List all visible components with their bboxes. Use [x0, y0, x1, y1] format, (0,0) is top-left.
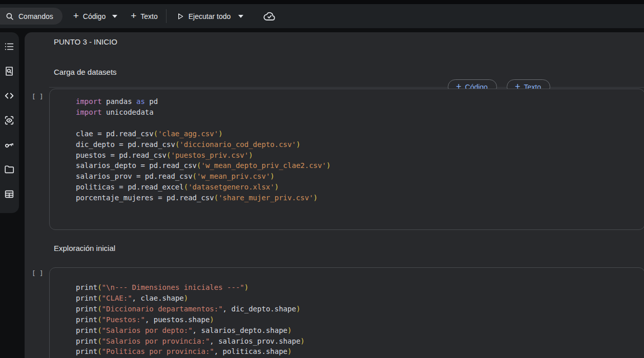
command-palette-button[interactable]: Comandos: [0, 8, 63, 25]
code-editor[interactable]: print("\n--- Dimensiones iniciales ---")…: [50, 268, 644, 357]
scan-eye-icon: [4, 115, 15, 126]
toolbar-divider: [166, 9, 167, 23]
notebook-content: PUNTO 3 - INICIO Carga de datasets + Cód…: [25, 32, 644, 358]
find-in-notebook-icon: [4, 66, 15, 77]
sidebar-item-table-of-contents[interactable]: [4, 41, 16, 52]
sidebar-item-scan-eye[interactable]: [4, 115, 16, 126]
run-all-dropdown-caret-icon[interactable]: [238, 15, 243, 18]
search-icon: [5, 12, 14, 21]
sidebar-item-files[interactable]: [4, 164, 16, 175]
table-of-contents-icon: [4, 41, 15, 52]
top-strip: [0, 0, 644, 4]
sidebar-item-data-table[interactable]: [4, 188, 16, 200]
run-all-label: Ejecutar todo: [189, 12, 231, 20]
files-folder-icon: [4, 164, 15, 175]
sidebar-icon-strip: [0, 32, 19, 213]
add-text-label: Texto: [140, 12, 157, 20]
colab-window: Comandos + Código + Texto Ejecutar todo: [0, 0, 644, 358]
play-icon: [176, 12, 184, 20]
code-cell-load-datasets[interactable]: import pandas as pdimport unicodedata cl…: [49, 89, 644, 230]
sidebar-item-secrets[interactable]: [4, 139, 16, 151]
code-cell-initial-exploration[interactable]: print("\n--- Dimensiones iniciales ---")…: [49, 267, 644, 358]
add-code-label: Código: [83, 12, 106, 20]
execution-indicator[interactable]: [ ]: [32, 269, 44, 277]
notebook-toolbar: Comandos + Código + Texto Ejecutar todo: [0, 4, 644, 28]
execution-indicator[interactable]: [ ]: [32, 93, 44, 100]
secrets-key-icon: [4, 139, 15, 151]
sidebar-item-find[interactable]: [4, 66, 16, 77]
insert-cell-divider: [49, 87, 644, 88]
plus-icon: +: [131, 11, 136, 20]
command-palette-label: Comandos: [18, 12, 53, 20]
cloud-saved-icon: [263, 10, 276, 23]
code-editor[interactable]: import pandas as pdimport unicodedata cl…: [50, 89, 644, 203]
add-code-dropdown-caret-icon[interactable]: [112, 15, 117, 18]
data-table-icon: [4, 188, 15, 200]
plus-icon: +: [73, 11, 79, 20]
code-snippets-icon: [4, 90, 15, 101]
add-code-button[interactable]: + Código: [73, 11, 106, 21]
markdown-cell-section: Carga de datasets: [54, 67, 117, 77]
markdown-cell-section-2: Exploración inicial: [54, 243, 115, 253]
sidebar-item-code-snippets[interactable]: [4, 90, 16, 101]
markdown-cell-title: PUNTO 3 - INICIO: [54, 37, 117, 47]
run-all-button[interactable]: Ejecutar todo: [176, 12, 231, 20]
add-text-button[interactable]: + Texto: [131, 11, 158, 21]
